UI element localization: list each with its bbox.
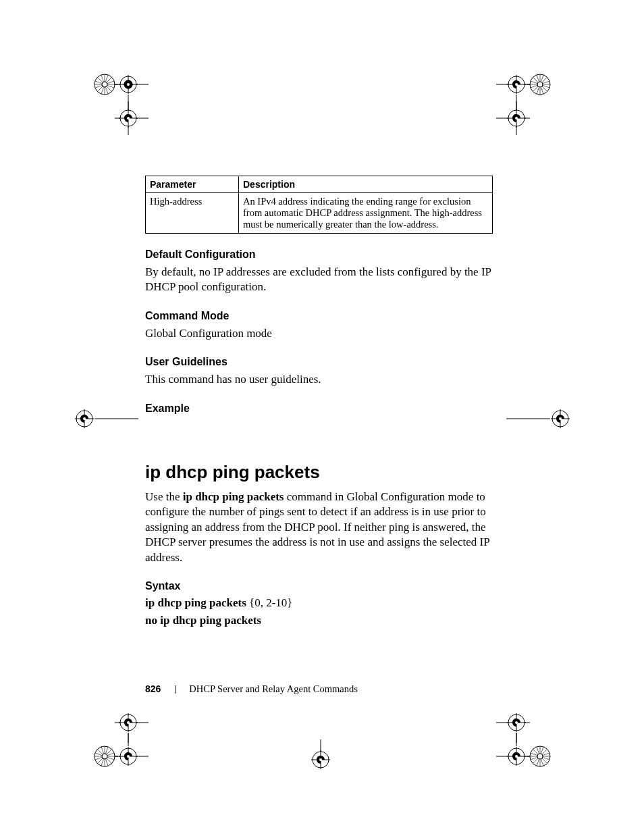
- text-command-intro: Use the ip dhcp ping packets command in …: [145, 490, 493, 565]
- intro-bold: ip dhcp ping packets: [183, 490, 284, 503]
- svg-point-83: [102, 754, 107, 759]
- table-header-row: Parameter Description: [146, 176, 493, 193]
- crop-mark-top-left-lower: [41, 101, 149, 155]
- th-parameter: Parameter: [146, 176, 239, 193]
- footer-divider: [176, 685, 176, 694]
- syntax-line-2: no ip dhcp ping packets: [145, 614, 493, 627]
- text-command-mode: Global Configuration mode: [145, 326, 493, 341]
- footer-chapter: DHCP Server and Relay Agent Commands: [189, 683, 358, 694]
- crop-mark-mid-right: [506, 402, 587, 436]
- syntax1-bold: ip dhcp ping packets: [145, 596, 246, 609]
- svg-point-33: [515, 83, 518, 86]
- svg-point-65: [127, 721, 130, 724]
- heading-command-mode: Command Mode: [145, 310, 493, 322]
- heading-user-guidelines: User Guidelines: [145, 356, 493, 368]
- page-footer: 826 DHCP Server and Relay Agent Commands: [145, 683, 358, 695]
- text-default-config: By default, no IP addresses are excluded…: [145, 265, 493, 295]
- syntax2-bold: no ip dhcp ping packets: [145, 614, 261, 627]
- svg-point-19: [102, 82, 107, 87]
- svg-point-102: [515, 755, 518, 758]
- syntax1-rest: {0, 2-10}: [246, 596, 293, 609]
- td-desc: An IPv4 address indicating the ending ra…: [239, 193, 493, 234]
- td-param: High-address: [146, 193, 239, 234]
- svg-point-73: [127, 755, 130, 758]
- crop-mark-bottom-left: [41, 733, 149, 787]
- crop-mark-top-right-lower: [496, 101, 604, 155]
- heading-syntax: Syntax: [145, 580, 493, 592]
- heading-default-config: Default Configuration: [145, 249, 493, 261]
- svg-point-94: [515, 721, 518, 724]
- syntax-line-1: ip dhcp ping packets {0, 2-10}: [145, 596, 493, 610]
- page-content: Parameter Description High-address An IP…: [145, 176, 493, 631]
- svg-point-25: [127, 117, 130, 120]
- svg-point-59: [559, 417, 562, 420]
- crop-mark-bottom-center: [300, 739, 341, 780]
- crop-mark-bottom-right: [496, 733, 604, 787]
- crop-mark-mid-left: [57, 402, 138, 436]
- svg-point-43: [537, 82, 543, 87]
- svg-point-49: [515, 117, 518, 120]
- table-row: High-address An IPv4 address indicating …: [146, 193, 493, 234]
- heading-example: Example: [145, 402, 493, 415]
- svg-point-112: [537, 754, 543, 759]
- page-number: 826: [145, 683, 161, 694]
- parameter-table: Parameter Description High-address An IP…: [145, 176, 493, 234]
- th-description: Description: [239, 176, 493, 193]
- svg-point-88: [319, 758, 322, 761]
- intro-pre: Use the: [145, 490, 183, 503]
- text-user-guidelines: This command has no user guidelines.: [145, 372, 493, 387]
- svg-point-9: [127, 83, 130, 86]
- heading-command-title: ip dhcp ping packets: [145, 462, 493, 483]
- svg-point-54: [83, 417, 86, 420]
